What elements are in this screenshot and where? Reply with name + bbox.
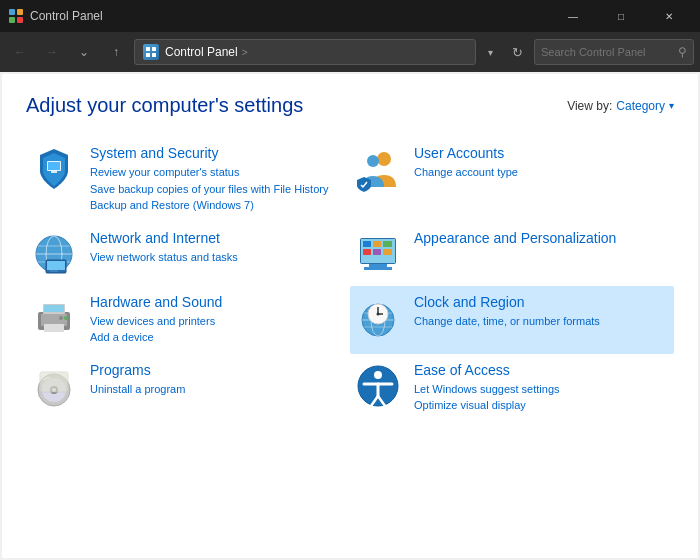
ease-of-access-link-2[interactable]: Optimize visual display [414,397,670,414]
user-accounts-icon [354,145,402,193]
system-security-link-3[interactable]: Backup and Restore (Windows 7) [90,197,346,214]
hardware-sound-link-2[interactable]: Add a device [90,329,346,346]
user-accounts-text: User Accounts Change account type [414,145,670,181]
programs-link-1[interactable]: Uninstall a program [90,381,346,398]
network-internet-title[interactable]: Network and Internet [90,230,346,246]
categories-grid: System and Security Review your computer… [26,137,674,422]
hardware-sound-title[interactable]: Hardware and Sound [90,294,346,310]
title-bar: Control Panel — □ ✕ [0,0,700,32]
svg-rect-9 [48,162,60,170]
svg-rect-1 [17,9,23,15]
category-appearance[interactable]: Appearance and Personalization [350,222,674,286]
svg-rect-5 [152,47,156,51]
appearance-icon [354,230,402,278]
svg-point-47 [377,312,380,315]
svg-rect-52 [40,372,68,392]
network-internet-text: Network and Internet View network status… [90,230,346,266]
view-by-label: View by: [567,99,612,113]
clock-region-title[interactable]: Clock and Region [414,294,670,310]
category-network-internet[interactable]: Network and Internet View network status… [26,222,350,286]
maximize-button[interactable]: □ [598,0,644,32]
search-box[interactable]: ⚲ [534,39,694,65]
path-dropdown-button[interactable]: ▾ [480,39,500,65]
svg-rect-35 [44,324,64,332]
refresh-button[interactable]: ↻ [504,39,530,65]
system-security-icon [30,145,78,193]
ease-of-access-link-1[interactable]: Let Windows suggest settings [414,381,670,398]
view-by-dropdown-icon: ▾ [669,100,674,111]
window-controls: — □ ✕ [550,0,692,32]
user-accounts-title[interactable]: User Accounts [414,145,670,161]
svg-rect-23 [363,241,371,247]
svg-rect-29 [369,264,387,267]
svg-point-37 [59,316,63,320]
svg-point-36 [64,316,68,320]
search-input[interactable] [541,46,678,58]
path-label: Control Panel [165,45,238,59]
system-security-title[interactable]: System and Security [90,145,346,161]
forward-button[interactable]: → [38,38,66,66]
category-clock-region[interactable]: Clock and Region Change date, time, or n… [350,286,674,354]
appearance-title[interactable]: Appearance and Personalization [414,230,670,246]
clock-region-link-1[interactable]: Change date, time, or number formats [414,313,670,330]
category-system-security[interactable]: System and Security Review your computer… [26,137,350,222]
svg-point-12 [367,155,379,167]
recent-button[interactable]: ⌄ [70,38,98,66]
view-by-value[interactable]: Category [616,99,665,113]
ease-of-access-title[interactable]: Ease of Access [414,362,670,378]
up-button[interactable]: ↑ [102,38,130,66]
svg-rect-24 [373,241,381,247]
hardware-sound-icon [30,294,78,342]
address-path[interactable]: Control Panel > [134,39,476,65]
svg-rect-30 [364,267,392,270]
minimize-button[interactable]: — [550,0,596,32]
page-title: Adjust your computer's settings [26,94,303,117]
svg-rect-20 [50,270,58,272]
system-security-text: System and Security Review your computer… [90,145,346,214]
svg-rect-28 [383,249,392,255]
svg-rect-3 [17,17,23,23]
svg-rect-2 [9,17,15,23]
svg-point-11 [377,152,391,166]
svg-rect-26 [363,249,371,255]
appearance-text: Appearance and Personalization [414,230,670,249]
svg-rect-4 [146,47,150,51]
category-programs[interactable]: Programs Uninstall a program [26,354,350,422]
hardware-sound-link-1[interactable]: View devices and printers [90,313,346,330]
programs-title[interactable]: Programs [90,362,346,378]
window-title: Control Panel [30,9,550,23]
svg-rect-25 [383,241,392,247]
page-header: Adjust your computer's settings View by:… [26,94,674,117]
window-icon [8,8,24,24]
svg-rect-10 [51,171,57,173]
view-by-control[interactable]: View by: Category ▾ [567,99,674,113]
ease-of-access-icon [354,362,402,410]
svg-rect-7 [152,53,156,57]
network-internet-icon [30,230,78,278]
svg-rect-34 [44,305,64,312]
svg-rect-27 [373,249,381,255]
system-security-link-2[interactable]: Save backup copies of your files with Fi… [90,181,346,198]
path-separator: > [242,47,248,58]
search-icon[interactable]: ⚲ [678,45,687,59]
network-internet-link-1[interactable]: View network status and tasks [90,249,346,266]
svg-rect-19 [47,261,65,270]
programs-icon [30,362,78,410]
ease-of-access-text: Ease of Access Let Windows suggest setti… [414,362,670,414]
system-security-link-1[interactable]: Review your computer's status [90,164,346,181]
address-bar: ← → ⌄ ↑ Control Panel > ▾ ↻ ⚲ [0,32,700,72]
hardware-sound-text: Hardware and Sound View devices and prin… [90,294,346,346]
category-user-accounts[interactable]: User Accounts Change account type [350,137,674,222]
clock-region-icon [354,294,402,342]
svg-rect-0 [9,9,15,15]
svg-point-54 [374,371,382,379]
clock-region-text: Clock and Region Change date, time, or n… [414,294,670,330]
close-button[interactable]: ✕ [646,0,692,32]
path-icon [143,44,159,60]
svg-rect-6 [146,53,150,57]
back-button[interactable]: ← [6,38,34,66]
user-accounts-link-1[interactable]: Change account type [414,164,670,181]
category-hardware-sound[interactable]: Hardware and Sound View devices and prin… [26,286,350,354]
programs-text: Programs Uninstall a program [90,362,346,398]
category-ease-of-access[interactable]: Ease of Access Let Windows suggest setti… [350,354,674,422]
